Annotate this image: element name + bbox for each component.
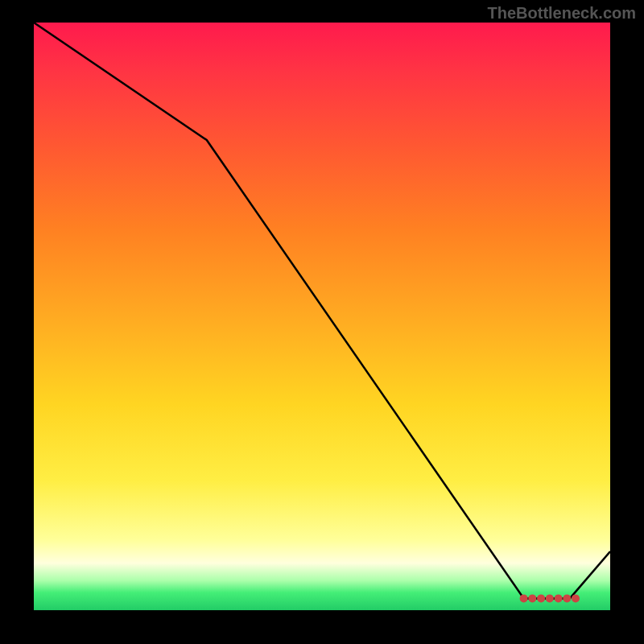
chart-svg	[34, 23, 610, 610]
chart-marker	[520, 594, 528, 602]
chart-marker	[537, 594, 545, 602]
chart-marker	[563, 594, 571, 602]
chart-marker	[555, 594, 563, 602]
chart-markers	[520, 594, 580, 602]
chart-line	[34, 23, 610, 598]
watermark-text: TheBottleneck.com	[488, 4, 636, 23]
chart-marker	[528, 594, 536, 602]
chart-marker	[546, 594, 554, 602]
chart-marker	[572, 594, 580, 602]
